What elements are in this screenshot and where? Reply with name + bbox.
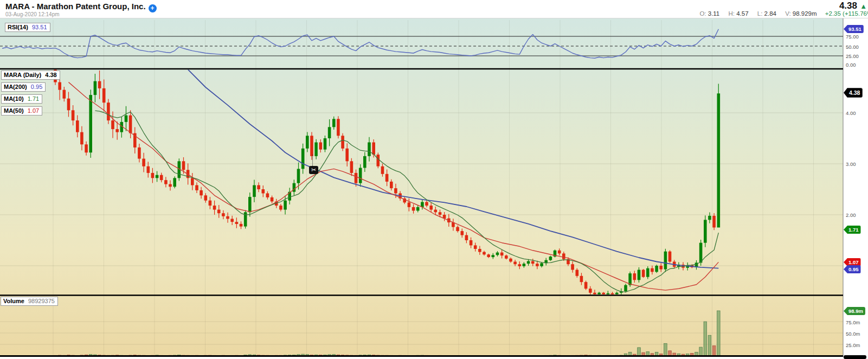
ma10-legend-label: MA(10) [4, 95, 24, 102]
volume-value-badge: 98.9m [844, 307, 865, 315]
price-tick-3: 3.00 [846, 161, 856, 167]
change-value: +2.35 (+115.76%) [825, 10, 868, 17]
mouse-cursor-icon: ✂ [309, 166, 318, 174]
crosshair-dotted-line [312, 155, 313, 166]
rsi-value-badge: 93.51 [844, 25, 864, 33]
rsi-legend-label: RSI(14) [8, 24, 28, 30]
price-legend-label: MARA (Daily) [4, 72, 41, 78]
rsi-legend: RSI(14) 93.51 [5, 23, 50, 32]
high-value: 4.57 [736, 10, 748, 17]
chart-canvas[interactable] [0, 0, 868, 359]
symbol-title: MARA - Marathon Patent Group, Inc.+ [5, 2, 157, 12]
price-legend-value: 4.38 [45, 72, 56, 78]
rsi-legend-value: 93.51 [32, 24, 47, 30]
volume-legend-label: Volume [3, 298, 24, 304]
low-label: L: [757, 10, 763, 17]
rsi-tick-75: 75.00 [846, 34, 859, 40]
ma10-legend: MA(10) 1.71 [1, 94, 42, 104]
bottom-axis-badge [844, 355, 866, 359]
volume-value: 98.929m [793, 10, 817, 17]
low-value: 2.84 [764, 10, 776, 17]
vol-tick-25m: 25.0m [846, 342, 860, 348]
chart-header: MARA - Marathon Patent Group, Inc.+ 03-A… [0, 0, 868, 18]
ma200-legend: MA(200) 0.95 [1, 82, 46, 92]
ma50-legend: MA(50) 1.07 [1, 106, 42, 116]
ohlc-summary: O: 3.11 H: 4.57 L: 2.84 V: 98.929m +2.35… [699, 10, 868, 17]
open-label: O: [699, 10, 706, 17]
price-up-arrow-icon: ▲ [860, 2, 867, 10]
rsi-tick-0: 0.00 [846, 62, 856, 68]
vol-tick-75m: 75.0m [846, 319, 860, 325]
rsi-tick-50: 50.00 [846, 44, 859, 50]
chart-timestamp: 03-Aug-2020 12:14pm [5, 11, 60, 17]
rsi-tick-25: 25.00 [846, 53, 859, 59]
ma50-legend-value: 1.07 [28, 107, 39, 114]
high-label: H: [728, 10, 735, 17]
price-legend: MARA (Daily) 4.38 [1, 70, 60, 80]
volume-legend: Volume 98929375 [1, 297, 58, 306]
last-price: 4.38 [839, 1, 857, 11]
symbol-title-text: MARA - Marathon Patent Group, Inc. [5, 2, 146, 11]
ma50-legend-label: MA(50) [4, 107, 24, 114]
price-tick-2: 2.00 [846, 212, 856, 218]
add-symbol-icon[interactable]: + [149, 4, 157, 12]
price-tick-4: 4.00 [846, 110, 856, 116]
volume-legend-value: 98929375 [28, 298, 55, 304]
ma200-legend-value: 0.95 [31, 84, 42, 90]
last-price-badge: 4.38 [844, 88, 863, 98]
open-value: 3.11 [708, 10, 720, 17]
ma10-legend-value: 1.71 [28, 95, 39, 102]
vol-tick-50m: 50.0m [846, 331, 860, 337]
volume-label: V: [785, 10, 790, 17]
ma200-legend-label: MA(200) [4, 84, 27, 90]
